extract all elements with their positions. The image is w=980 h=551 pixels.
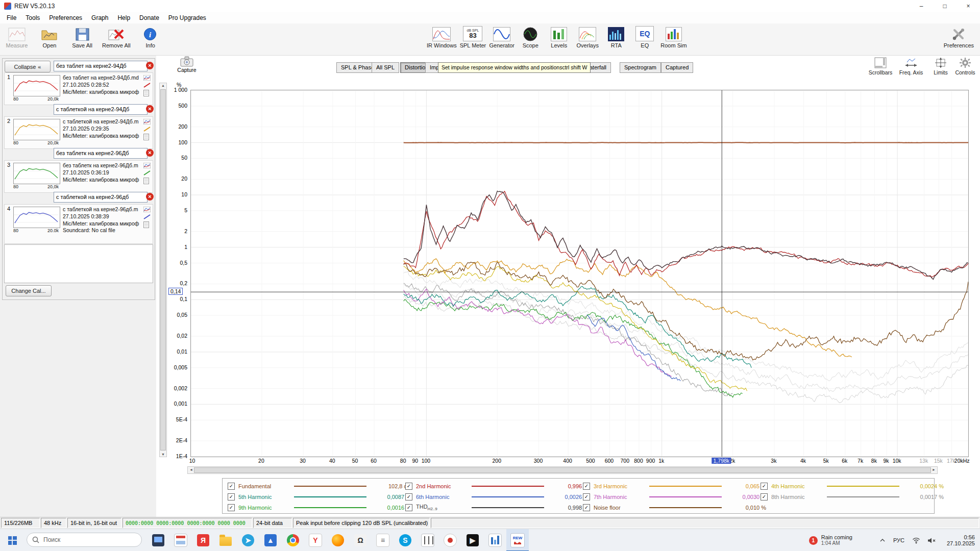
clock-widget[interactable]: 0:56 27.10.2025 — [947, 534, 975, 547]
measurement-item-2[interactable]: 28020,0kс таблеткой на керне2-94Дб.m27.1… — [4, 116, 153, 149]
info-button[interactable]: iInfo — [138, 25, 163, 48]
legend-checkbox-fundamental[interactable]: ✓ — [228, 483, 235, 490]
preferences-button[interactable]: Preferences — [944, 25, 974, 48]
start-button[interactable] — [0, 529, 24, 551]
analyzer-icon[interactable] — [484, 529, 506, 551]
measurement-name-field-2[interactable]: с таблеткой на керне2-94Дб — [54, 104, 148, 115]
menu-donate[interactable]: Donate — [135, 13, 164, 23]
tab-all-spl[interactable]: All SPL — [372, 62, 399, 73]
media-player-icon[interactable]: ▶ — [461, 529, 484, 551]
delete-measurement-button-2[interactable]: × — [146, 105, 154, 113]
legend-checkbox-3rd-harmonic[interactable]: ✓ — [583, 483, 590, 490]
close-button[interactable]: × — [957, 0, 980, 12]
scroll-right-icon[interactable]: ► — [932, 468, 936, 471]
trace-color-icon[interactable] — [143, 214, 152, 219]
chrome-icon[interactable] — [282, 529, 304, 551]
remove-all-button[interactable]: Remove All — [102, 25, 131, 48]
tab-captured[interactable]: Captured — [661, 62, 693, 73]
save-all-button[interactable]: Save All — [69, 25, 95, 48]
measurement-name-field-3[interactable]: без таблетк на керне2-96Дб — [54, 148, 148, 159]
language-indicator[interactable]: РУС — [893, 537, 904, 543]
overlays-button[interactable]: Overlays — [575, 25, 600, 48]
weather-widget[interactable]: 1 Rain coming 1:04 AM — [809, 534, 852, 546]
notes-page-icon[interactable] — [143, 221, 152, 228]
hidden-icons-chevron[interactable] — [879, 538, 886, 542]
legend-checkbox-6th-harmonic[interactable]: ✓ — [405, 493, 412, 500]
maximize-button[interactable]: □ — [933, 0, 957, 12]
minimize-button[interactable]: – — [910, 0, 933, 12]
measurement-name-field-4[interactable]: с таблеткой на керне2-96дб — [54, 192, 148, 203]
collapse-button[interactable]: Collapse« — [5, 61, 51, 72]
spl-meter-button[interactable]: dB SPL83SPL Meter — [460, 25, 486, 48]
mini-chart-icon[interactable] — [143, 119, 152, 124]
legend-checkbox-4th-harmonic[interactable]: ✓ — [761, 483, 768, 490]
trace-color-icon[interactable] — [143, 83, 152, 88]
scrollbars-button[interactable]: Scrollbars — [866, 56, 895, 76]
menu-pro-upgrades[interactable]: Pro Upgrades — [164, 13, 211, 23]
scroll-up-icon[interactable]: ▲ — [160, 84, 166, 87]
trace-color-icon[interactable] — [143, 170, 152, 176]
notes-page-icon[interactable] — [143, 134, 152, 140]
controls-button[interactable]: Controls — [950, 56, 980, 76]
mini-chart-icon[interactable] — [143, 207, 152, 212]
tab-spectrogram[interactable]: Spectrogram — [620, 62, 661, 73]
mail-window-icon[interactable] — [169, 529, 192, 551]
rew-app-icon[interactable]: REW — [506, 529, 529, 551]
generator-button[interactable]: Generator — [489, 25, 514, 48]
legend-checkbox-8th-harmonic[interactable]: ✓ — [761, 493, 768, 500]
legend-checkbox-5th-harmonic[interactable]: ✓ — [228, 493, 235, 500]
freq-axis-button[interactable]: Freq. Axis — [896, 56, 926, 76]
trace-color-icon[interactable] — [143, 127, 152, 132]
yandex-music-icon[interactable]: Y — [304, 529, 327, 551]
menu-graph[interactable]: Graph — [87, 13, 113, 23]
notes-page-icon[interactable] — [143, 90, 152, 96]
firefox-icon[interactable] — [327, 529, 349, 551]
capture-button[interactable]: Capture — [172, 56, 202, 73]
delete-measurement-button-1[interactable]: × — [146, 62, 154, 69]
legend-checkbox-2nd-harmonic[interactable]: ✓ — [405, 483, 412, 490]
measurement-name-field-1[interactable]: без таблет на керне2-94Дб — [54, 61, 148, 71]
delete-measurement-button-4[interactable]: × — [146, 193, 154, 201]
eq-button[interactable]: EQEQ — [632, 25, 657, 48]
scope-button[interactable]: Scope — [518, 25, 543, 48]
levels-button[interactable]: Levels — [546, 25, 572, 48]
scroll-left-icon[interactable]: ◄ — [189, 468, 193, 471]
recorder-icon[interactable] — [439, 529, 461, 551]
graph-horizontal-scrollbar[interactable]: ◄ ► — [187, 466, 938, 474]
change-cal-button[interactable]: Change Cal... — [6, 285, 52, 296]
menu-tools[interactable]: Tools — [21, 13, 44, 23]
preferences-wrench-icon — [951, 25, 966, 41]
telegram-icon[interactable]: ➤ — [237, 529, 259, 551]
omega-app-icon[interactable]: Ω — [349, 529, 372, 551]
measurement-item-3[interactable]: 38020,0kбез таблетк на керне2-96Дб.m27.1… — [4, 160, 153, 193]
volume-muted-icon[interactable] — [927, 537, 936, 544]
file-explorer-icon[interactable] — [214, 529, 237, 551]
room-sim-button[interactable]: Room Sim — [660, 25, 687, 48]
taskbar-search-input[interactable]: Поиск — [27, 533, 142, 547]
audio-mixer-icon[interactable] — [416, 529, 439, 551]
mini-chart-icon[interactable] — [143, 163, 152, 168]
photos-icon[interactable]: ▲ — [259, 529, 282, 551]
legend-checkbox-noise-floor[interactable]: ✓ — [583, 504, 590, 511]
rta-button[interactable]: RTA — [603, 25, 629, 48]
ir-windows-button[interactable]: IR Windows — [427, 25, 457, 48]
notes-page-icon[interactable] — [143, 178, 152, 184]
yandex-browser-icon[interactable]: Я — [192, 529, 214, 551]
open-button[interactable]: Open — [37, 25, 62, 48]
measurement-item-4[interactable]: 48020.0kс таблеткой на керне2-96дб.m27.1… — [4, 204, 153, 244]
delete-measurement-button-3[interactable]: × — [146, 149, 154, 157]
menu-help[interactable]: Help — [113, 13, 135, 23]
distortion-plot[interactable] — [190, 90, 969, 457]
skype-icon[interactable]: S — [394, 529, 416, 551]
legend-checkbox-thd[interactable]: ✓ — [405, 504, 412, 511]
legend-checkbox-9th-harmonic[interactable]: ✓ — [228, 504, 235, 511]
menu-preferences[interactable]: Preferences — [44, 13, 87, 23]
menu-file[interactable]: File — [2, 13, 21, 23]
measurement-item-1[interactable]: 18020,0kбез таблет на керне2-94Дб.md27.1… — [4, 72, 153, 105]
task-view-icon[interactable] — [147, 529, 169, 551]
mini-chart-icon[interactable] — [143, 75, 152, 81]
horizontal-scroll-thumb[interactable] — [194, 467, 931, 473]
network-wifi-icon[interactable] — [912, 537, 920, 544]
legend-checkbox-7th-harmonic[interactable]: ✓ — [583, 493, 590, 500]
notes-app-icon[interactable]: ≡ — [372, 529, 394, 551]
